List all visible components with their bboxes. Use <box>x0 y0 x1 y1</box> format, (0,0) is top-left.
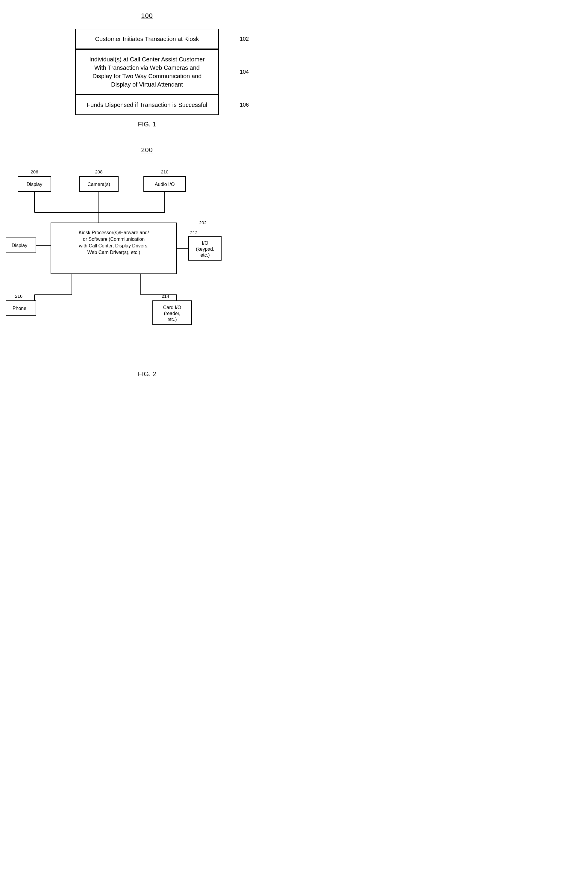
cameras-box: 208 Camera(s) <box>80 169 118 191</box>
step-106-box: Funds Dispensed if Transaction is Succes… <box>75 95 219 115</box>
fig2-svg: .box-text { font-size: 16px; font-family… <box>6 160 222 363</box>
display1-box: 206 Display <box>18 169 51 191</box>
fig1-title: 100 <box>141 12 153 20</box>
step-102-number: 102 <box>240 36 249 42</box>
display1-text: Display <box>27 182 42 187</box>
io-text-1: I/O <box>202 240 208 246</box>
proc-text-3: with Call Center, Display Drivers, <box>79 243 149 248</box>
cardio-text-3: etc.) <box>167 317 177 322</box>
io-text-3: etc.) <box>200 252 210 258</box>
fig1-label: FIG. 1 <box>138 120 156 128</box>
step-104-box: Individual(s) at Call Center Assist Cust… <box>75 49 219 95</box>
cameras-label: 208 <box>95 169 102 174</box>
io-label: 212 <box>190 230 198 235</box>
step-106: Funds Dispensed if Transaction is Succes… <box>60 95 234 115</box>
phone-text: Phone <box>13 306 26 311</box>
fig2-title: 200 <box>141 146 153 154</box>
audio-box: 210 Audio I/O <box>144 169 186 191</box>
figure-1: 100 Customer Initiates Transaction at Ki… <box>6 12 288 128</box>
io-box: 212 I/O (keypad, etc.) <box>177 230 222 260</box>
processor-box: 202 Kiosk Processor(s)/Harware and/ or S… <box>51 220 207 274</box>
step-104-number: 104 <box>240 69 249 75</box>
audio-label: 210 <box>161 169 168 174</box>
phone-box: 216 Phone <box>6 294 36 316</box>
step-106-number: 106 <box>240 102 249 108</box>
figure-2: 200 .box-text { font-size: 16px; font-fa… <box>6 146 288 378</box>
proc-text-4: Web Cam Driver(s), etc.) <box>87 250 140 255</box>
display1-label: 206 <box>30 169 38 174</box>
cameras-text: Camera(s) <box>87 182 110 187</box>
step-102: Customer Initiates Transaction at Kiosk … <box>60 29 234 49</box>
cardio-box: 214 Card I/O (reader, etc.) <box>153 294 192 325</box>
display2-text: Display <box>12 243 27 248</box>
step-102-box: Customer Initiates Transaction at Kiosk <box>75 29 219 49</box>
io-text-2: (keypad, <box>196 246 214 252</box>
step-104: Individual(s) at Call Center Assist Cust… <box>60 49 234 95</box>
fig2-label: FIG. 2 <box>138 370 156 378</box>
phone-label: 216 <box>15 294 22 299</box>
proc-text-1: Kiosk Processor(s)/Harware and/ <box>79 230 149 235</box>
cardio-label: 214 <box>162 294 169 299</box>
processor-label: 202 <box>199 220 207 225</box>
proc-text-2: or Software (Commiunication <box>83 237 145 242</box>
fig2-diagram: .box-text { font-size: 16px; font-family… <box>6 160 288 365</box>
cardio-text-1: Card I/O <box>163 305 181 310</box>
display2-box: 204 Display <box>6 238 51 253</box>
flowchart: Customer Initiates Transaction at Kiosk … <box>60 29 234 115</box>
audio-text: Audio I/O <box>155 182 175 187</box>
cardio-text-2: (reader, <box>164 311 180 316</box>
